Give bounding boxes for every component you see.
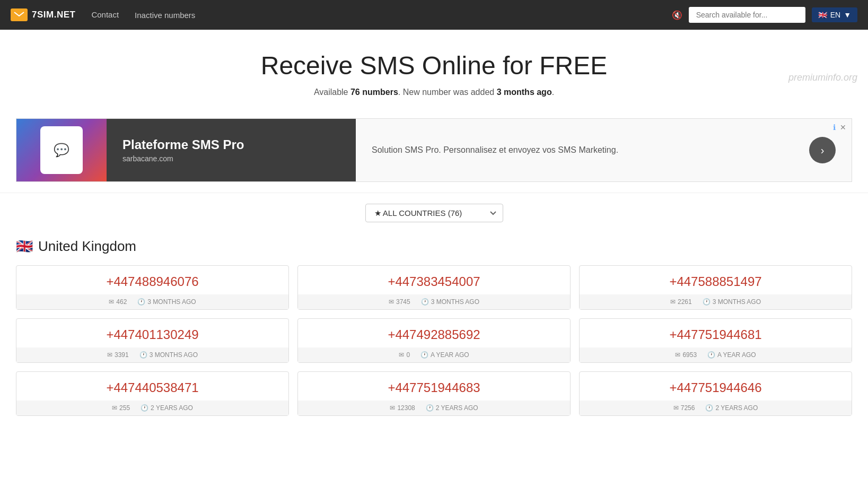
time-ago: 🕐 3 MONTHS AGO	[421, 298, 479, 306]
phone-meta: ✉ 0 🕐 A YEAR AGO	[298, 347, 570, 362]
phone-card[interactable]: +447588851497 ✉ 2261 🕐 3 MONTHS AGO	[579, 265, 852, 310]
phone-card[interactable]: +447488946076 ✉ 462 🕐 3 MONTHS AGO	[16, 265, 289, 310]
message-count: ✉ 462	[109, 298, 127, 306]
clock-icon: 🕐	[139, 351, 147, 359]
message-count: ✉ 6953	[675, 351, 697, 359]
clock-icon: 🕐	[707, 351, 715, 359]
ad-title: Plateforme SMS Pro	[122, 137, 340, 152]
message-count: ✉ 3745	[389, 298, 410, 306]
time-ago: 🕐 3 MONTHS AGO	[139, 351, 198, 359]
envelope-icon: ✉	[399, 351, 404, 359]
envelope-icon: ✉	[112, 404, 117, 412]
time-ago: 🕐 3 MONTHS AGO	[703, 298, 761, 306]
phone-number: +447401130249	[22, 327, 283, 342]
phone-meta: ✉ 255 🕐 2 YEARS AGO	[16, 401, 288, 415]
search-input[interactable]	[689, 7, 805, 23]
main-nav: Contact	[91, 10, 119, 20]
ad-banner: 💬 Plateforme SMS Pro sarbacane.com Solut…	[16, 118, 852, 182]
time-ago: 🕐 2 YEARS AGO	[141, 404, 193, 412]
message-count: ✉ 2261	[670, 298, 692, 306]
phone-card[interactable]: +447751944681 ✉ 6953 🕐 A YEAR AGO	[579, 318, 852, 363]
logo-link[interactable]: 7SIM.NET	[11, 8, 75, 21]
phone-meta: ✉ 12308 🕐 2 YEARS AGO	[298, 401, 570, 415]
phone-meta: ✉ 2261 🕐 3 MONTHS AGO	[580, 294, 852, 309]
contact-link[interactable]: Contact	[91, 10, 119, 19]
main-content: 🇬🇧 United Kingdom +447488946076 ✉ 462 🕐 …	[0, 233, 868, 432]
watermark: premiuminfo.org	[788, 72, 857, 83]
phone-card[interactable]: +447401130249 ✉ 3391 🕐 3 MONTHS AGO	[16, 318, 289, 363]
clock-icon: 🕐	[421, 298, 429, 306]
language-button[interactable]: 🇬🇧 EN ▼	[812, 7, 857, 22]
svg-rect-0	[14, 11, 24, 19]
envelope-icon: ✉	[390, 404, 395, 412]
envelope-icon: ✉	[109, 298, 114, 306]
phone-number: +447492885692	[303, 327, 565, 342]
clock-icon: 🕐	[426, 404, 434, 412]
ad-domain: sarbacane.com	[122, 154, 340, 163]
message-count: ✉ 7256	[673, 404, 695, 412]
lang-label: EN	[830, 11, 840, 19]
logo-text: 7SIM.NET	[32, 10, 75, 20]
envelope-icon: ✉	[673, 404, 679, 412]
ad-light-section: Solution SMS Pro. Personnalisez et envoy…	[356, 119, 852, 181]
ad-dark-section: Plateforme SMS Pro sarbacane.com	[107, 119, 356, 181]
envelope-icon: ✉	[107, 351, 112, 359]
hero-section: Receive SMS Online for FREE Available 76…	[0, 30, 868, 108]
phone-meta: ✉ 3391 🕐 3 MONTHS AGO	[16, 347, 288, 362]
phone-card[interactable]: +447492885692 ✉ 0 🕐 A YEAR AGO	[297, 318, 571, 363]
time-ago: 🕐 2 YEARS AGO	[705, 404, 758, 412]
phone-card[interactable]: +447440538471 ✉ 255 🕐 2 YEARS AGO	[16, 371, 289, 416]
inactive-numbers-link[interactable]: Inactive numbers	[135, 11, 195, 20]
phone-card[interactable]: +447751944646 ✉ 7256 🕐 2 YEARS AGO	[579, 371, 852, 416]
country-flag-icon: 🇬🇧	[16, 238, 33, 255]
phone-meta: ✉ 462 🕐 3 MONTHS AGO	[16, 294, 288, 309]
site-header: 7SIM.NET Contact Inactive numbers 🔇 🇬🇧 E…	[0, 0, 868, 30]
header-right: 🔇 🇬🇧 EN ▼	[672, 7, 857, 23]
envelope-icon: ✉	[389, 298, 394, 306]
time-ago: 🕐 A YEAR AGO	[420, 351, 469, 359]
phone-card[interactable]: +447751944683 ✉ 12308 🕐 2 YEARS AGO	[297, 371, 571, 416]
envelope-icon: ✉	[675, 351, 680, 359]
message-count: ✉ 3391	[107, 351, 129, 359]
time-ago: 🕐 A YEAR AGO	[707, 351, 756, 359]
time-ago: 🕐 2 YEARS AGO	[426, 404, 478, 412]
country-name: United Kingdom	[38, 238, 136, 255]
hero-subtitle: Available 76 numbers. New number was add…	[11, 88, 857, 97]
envelope-icon: ✉	[670, 298, 676, 306]
clock-icon: 🕐	[137, 298, 145, 306]
filter-bar: ★ ALL COUNTRIES (76)	[0, 193, 868, 233]
ad-image: 💬	[16, 119, 107, 181]
clock-icon: 🕐	[420, 351, 428, 359]
phone-number: +447488946076	[22, 274, 283, 289]
phone-number: +447588851497	[585, 274, 846, 289]
mute-button[interactable]: 🔇	[672, 10, 682, 20]
phone-number: +447383454007	[303, 274, 565, 289]
clock-icon: 🕐	[703, 298, 711, 306]
time-ago: 3 months ago	[497, 88, 552, 97]
time-ago: 🕐 3 MONTHS AGO	[137, 298, 196, 306]
uk-flag-icon: 🇬🇧	[818, 11, 827, 19]
logo-icon	[11, 8, 28, 21]
volume-icon: 🔇	[672, 10, 682, 20]
ad-thumbnail: 💬	[40, 126, 83, 174]
chevron-down-icon: ▼	[844, 11, 851, 19]
hero-title: Receive SMS Online for FREE	[11, 51, 857, 80]
phone-grid: +447488946076 ✉ 462 🕐 3 MONTHS AGO +4473…	[16, 265, 852, 416]
phone-meta: ✉ 6953 🕐 A YEAR AGO	[580, 347, 852, 362]
phone-card[interactable]: +447383454007 ✉ 3745 🕐 3 MONTHS AGO	[297, 265, 571, 310]
country-header: 🇬🇧 United Kingdom	[16, 238, 852, 255]
country-filter-select[interactable]: ★ ALL COUNTRIES (76)	[365, 204, 503, 222]
phone-meta: ✉ 3745 🕐 3 MONTHS AGO	[298, 294, 570, 309]
number-count: 76 numbers	[350, 88, 398, 97]
ad-info-button[interactable]: ℹ	[833, 123, 836, 132]
phone-number: +447751944681	[585, 327, 846, 342]
ad-close-button[interactable]: ✕	[840, 123, 846, 132]
message-count: ✉ 12308	[390, 404, 415, 412]
message-count: ✉ 255	[112, 404, 130, 412]
clock-icon: 🕐	[705, 404, 713, 412]
ad-description: Solution SMS Pro. Personnalisez et envoy…	[372, 145, 618, 155]
clock-icon: 🕐	[141, 404, 148, 412]
ad-arrow-button[interactable]: ›	[809, 137, 836, 163]
phone-number: +447751944683	[303, 380, 565, 395]
phone-number: +447440538471	[22, 380, 283, 395]
